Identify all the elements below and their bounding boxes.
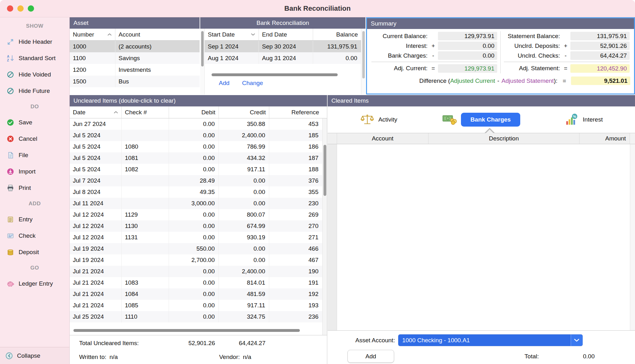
sidebar-item-deposit[interactable]: Deposit <box>0 244 69 260</box>
table-row[interactable]: Jul 21 20240.002,400.00190 <box>70 266 322 277</box>
tab-bank-charges-button[interactable]: Bank Charges <box>461 113 520 127</box>
table-row[interactable]: 1000(2 accounts) <box>70 41 200 52</box>
column-header-check-number[interactable]: Check # <box>122 106 169 118</box>
column-header-amount[interactable]: Amount <box>580 133 630 144</box>
column-header-reference[interactable]: Reference <box>269 106 322 118</box>
recon-table-body: Sep 1 2024Sep 30 2024131,975.91Aug 1 202… <box>205 41 361 64</box>
sidebar-item-cancel[interactable]: Cancel <box>0 131 69 147</box>
column-header-balance[interactable]: Balance <box>313 29 361 40</box>
asset-panel-title: Asset <box>70 17 200 29</box>
table-row[interactable]: Aug 1 2024Aug 31 20240.00 <box>205 52 361 64</box>
table-row[interactable]: Jul 12 202411310.00930.19271 <box>70 232 322 243</box>
sidebar-item-entry[interactable]: Entry <box>0 211 69 228</box>
recon-actions: Add Change <box>219 80 263 87</box>
scrollbar-thumb[interactable] <box>323 145 326 196</box>
table-row[interactable]: Jul 5 202410820.00917.11188 <box>70 164 322 175</box>
horizontal-scrollbar[interactable] <box>212 73 338 76</box>
close-window-button[interactable] <box>7 5 13 12</box>
table-row[interactable]: Jul 5 20240.002,400.00185 <box>70 130 322 141</box>
cell: Jul 12 2024 <box>70 209 122 220</box>
sidebar-item-check[interactable]: Check <box>0 228 69 244</box>
table-row[interactable]: Jul 21 202410840.00481.59192 <box>70 288 322 300</box>
table-row[interactable]: 1200Investments <box>70 64 200 76</box>
cell: 0.00 <box>169 277 219 288</box>
column-header-description[interactable]: Description <box>428 133 580 144</box>
table-row[interactable]: 1500Bus <box>70 76 200 87</box>
table-row[interactable]: Sep 1 2024Sep 30 2024131,975.91 <box>205 41 361 52</box>
scrollbar-thumb[interactable] <box>201 31 204 66</box>
sidebar-item-import[interactable]: Import <box>0 163 69 180</box>
asset-account-select[interactable]: 1000 Checking - 1000.A1 <box>398 334 583 346</box>
vertical-scrollbar[interactable] <box>630 144 635 330</box>
table-row[interactable]: Jun 27 20240.00350.88453 <box>70 118 322 130</box>
table-row[interactable]: Jul 21 202410830.00814.01191 <box>70 277 322 288</box>
table-row[interactable]: 1100Savings <box>70 52 200 64</box>
table-row[interactable]: Jul 19 2024550.000.00466 <box>70 243 322 254</box>
tab-bank-charges[interactable]: Bank Charges <box>430 113 533 127</box>
tab-interest[interactable]: % Interest <box>533 113 635 127</box>
column-header-account[interactable]: Account <box>115 29 200 40</box>
column-header-account[interactable]: Account <box>337 133 428 144</box>
asset-table-body: 1000(2 accounts)1100Savings1200Investmen… <box>70 41 200 87</box>
uncleared-items-panel: Uncleared Items (double-click to clear) … <box>70 95 327 335</box>
vertical-scrollbar[interactable] <box>200 29 205 94</box>
table-row[interactable]: Jul 19 20242,700.000.00467 <box>70 254 322 266</box>
asset-account-value: 1000 Checking - 1000.A1 <box>398 337 571 344</box>
cell <box>122 186 169 198</box>
recon-content: Start Date End Date Balance Sep 1 2024Se… <box>205 29 361 94</box>
sidebar-item-standard-sort[interactable]: AZStandard Sort <box>0 50 69 66</box>
sidebar-item-hide-header[interactable]: Hide Header <box>0 34 69 50</box>
table-row[interactable]: Jul 8 202449.350.00355 <box>70 186 322 198</box>
vertical-scrollbar[interactable] <box>322 118 327 335</box>
collapse-button[interactable]: Collapse <box>0 347 70 364</box>
column-label: Debit <box>201 109 215 116</box>
add-reconciliation-link[interactable]: Add <box>219 80 230 87</box>
table-row[interactable]: Jul 5 202410800.00786.99186 <box>70 141 322 152</box>
column-header-number[interactable]: Number <box>70 29 115 40</box>
table-row[interactable]: Jul 7 202428.490.00376 <box>70 175 322 186</box>
change-reconciliation-link[interactable]: Change <box>242 80 263 87</box>
column-header-start-date[interactable]: Start Date <box>205 29 259 40</box>
sidebar-item-label: Entry <box>19 216 32 223</box>
uncleared-table-body: Jun 27 20240.00350.88453Jul 5 20240.002,… <box>70 118 327 322</box>
cell: 1080 <box>122 141 169 152</box>
sidebar-item-hide-future[interactable]: Hide Future <box>0 83 69 99</box>
summary-label: Adj. Current: <box>371 65 430 72</box>
sidebar-item-ledger-entry[interactable]: Ledger Entry <box>0 276 69 292</box>
scrollbar-thumb[interactable] <box>362 31 365 78</box>
minimize-window-button[interactable] <box>17 5 24 12</box>
cell: 453 <box>269 118 322 130</box>
column-header-end-date[interactable]: End Date <box>259 29 313 40</box>
column-label: Number <box>73 31 94 38</box>
cell: 0.00 <box>313 52 361 64</box>
cell: 481.59 <box>219 288 269 300</box>
tab-activity[interactable]: Activity <box>328 113 430 127</box>
table-row[interactable]: Jul 12 202411300.00674.99270 <box>70 220 322 232</box>
table-row[interactable]: Jul 12 202411290.00800.07269 <box>70 209 322 220</box>
sidebar-item-label: Deposit <box>19 249 39 255</box>
column-label: Start Date <box>208 31 235 38</box>
column-header-debit[interactable]: Debit <box>169 106 219 118</box>
table-row[interactable]: Jul 21 202410850.00917.11193 <box>70 300 322 311</box>
column-label: Account <box>372 135 393 142</box>
sidebar-item-file[interactable]: File <box>0 147 69 163</box>
cell: 271 <box>269 232 322 243</box>
zoom-window-button[interactable] <box>28 5 34 12</box>
cell: Jul 7 2024 <box>70 175 122 186</box>
summary-current-column: Current Balance:129,973.91Interest:+0.00… <box>368 31 501 73</box>
sidebar-item-hide-voided[interactable]: Hide Voided <box>0 66 69 83</box>
add-cleared-item-button[interactable]: Add <box>347 350 394 363</box>
column-header-date[interactable]: Date <box>70 106 122 118</box>
cell: Savings <box>115 52 200 64</box>
cleared-panel-title: Cleared Items <box>328 95 635 106</box>
vertical-scrollbar[interactable] <box>361 29 365 94</box>
sidebar-item-save[interactable]: Save <box>0 114 69 131</box>
table-row[interactable]: Jul 11 20243,000.000.00230 <box>70 198 322 209</box>
column-header-credit[interactable]: Credit <box>219 106 269 118</box>
table-row[interactable]: Jul 25 202411100.00324.75236 <box>70 311 322 322</box>
horizontal-scrollbar[interactable] <box>73 329 300 332</box>
sidebar-item-print[interactable]: Print <box>0 180 69 196</box>
summary-row: Unclrd. Checks:-64,424.27 <box>504 51 630 60</box>
cell: 376 <box>269 175 322 186</box>
table-row[interactable]: Jul 5 202410810.00434.32187 <box>70 152 322 164</box>
